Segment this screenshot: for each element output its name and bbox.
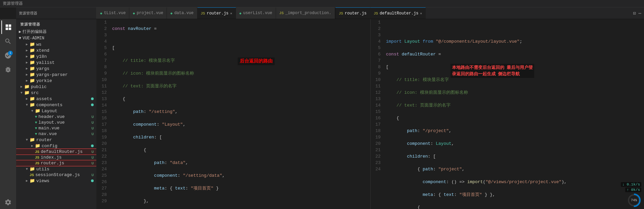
folder-icon: 📁 <box>30 60 35 65</box>
sidebar-item-yorkie[interactable]: ▶ 📁 yorkie <box>16 78 96 84</box>
right-code-lines[interactable]: 本地路由不需变后台返回的 最后与用户登录返回的路由一起生成 侧边栏导航 impo… <box>383 19 644 209</box>
arrow-icon: ▶ <box>19 85 24 89</box>
sidebar-item-header-vue[interactable]: ▼ header.vue U <box>16 114 96 120</box>
js-file-icon: JS <box>35 156 39 160</box>
activity-explorer[interactable] <box>1 20 15 34</box>
js-icon2: JS <box>339 11 343 15</box>
sidebar-item-defaultrouter[interactable]: JS defaultRouter.js U <box>16 149 96 155</box>
folder-icon: 📁 <box>30 137 35 142</box>
left-line-numbers: 123 456 789 101112 131415 161718 192021 … <box>97 19 109 209</box>
folder-icon: 📁 <box>30 54 35 59</box>
tab-label: tList.vue <box>104 11 126 15</box>
item-label: router <box>36 137 52 142</box>
project-name-label: VUE-ADMIN <box>22 36 44 41</box>
more-icon[interactable]: ⋯ <box>639 10 641 16</box>
badge-u: U <box>91 126 94 130</box>
tab-actions: ⊡ ⋯ <box>630 7 644 19</box>
tab-data[interactable]: ◆ data.vue <box>167 7 197 19</box>
folder-icon: 📁 <box>24 90 30 95</box>
sidebar-item-yallist[interactable]: ▶ 📁 yallist <box>16 59 96 66</box>
sidebar-item-nav-vue[interactable]: ▼ nav.vue U <box>16 131 96 137</box>
tab-label: userList.vue <box>243 11 272 15</box>
item-label: ws <box>36 42 42 47</box>
folder-icon: 📁 <box>30 166 35 172</box>
tab-label: router.js <box>345 11 367 16</box>
vue-icon: ◆ <box>170 11 173 15</box>
vue-icon: ◆ <box>239 11 242 15</box>
editor-area: 123 456 789 101112 131415 161718 192021 … <box>97 19 644 209</box>
item-label: sessionStorage.js <box>35 172 80 177</box>
item-label: src <box>31 90 39 95</box>
arrow-icon: ▶ <box>24 48 30 52</box>
badge-u: U <box>91 161 94 165</box>
sidebar: 资源管理器 ▶ 打开的编辑器 ▼ VUE-ADMIN ▶ 📁 ws ▶ 📁 xt… <box>16 19 97 209</box>
sidebar-item-index-js[interactable]: JS index.js U <box>16 155 96 160</box>
activity-git[interactable]: 1 <box>1 49 15 62</box>
sidebar-item-layout-vue[interactable]: ▼ layout.vue U <box>16 120 96 125</box>
tab-userlist[interactable]: ◆ userList.vue <box>236 7 276 19</box>
activity-settings[interactable] <box>1 196 15 209</box>
folder-icon: 📁 <box>30 96 35 101</box>
left-code-editor[interactable]: 123 456 789 101112 131415 161718 192021 … <box>97 19 370 209</box>
tab-router-right[interactable]: JS router.js <box>335 7 370 19</box>
item-label: yargs-parser <box>36 72 68 77</box>
tab-label: router.js <box>207 11 229 16</box>
arrow-icon: ▶ <box>24 54 30 58</box>
js-file-icon: JS <box>30 173 34 177</box>
item-label: router.js <box>41 161 64 166</box>
sidebar-item-ws[interactable]: ▶ 📁 ws <box>16 41 96 47</box>
badge-dot <box>91 97 94 100</box>
activity-debug[interactable] <box>1 63 15 76</box>
sidebar-item-utils[interactable]: ▼ 📁 utils <box>16 166 96 172</box>
badge-u: U <box>91 150 94 154</box>
item-label: yallist <box>36 60 55 65</box>
folder-icon: 📁 <box>35 108 40 114</box>
right-editor: 123 456 789 101112 131415 161718 192021 … <box>371 19 644 209</box>
item-label: utils <box>36 167 49 172</box>
badge-u: U <box>91 132 94 136</box>
left-code-lines[interactable]: const navRouter = 后台返回的路由 [ // title: 模块… <box>109 19 370 209</box>
sidebar-item-router[interactable]: ▼ 📁 router <box>16 137 96 143</box>
js-icon: JS <box>201 11 205 15</box>
open-editors-label: 打开的编辑器 <box>22 29 47 35</box>
tab-router[interactable]: JS router.js ✕ <box>197 7 236 19</box>
close-icon[interactable]: ✕ <box>230 11 232 15</box>
arrow-icon: ▶ <box>24 79 30 83</box>
item-label: layout.vue <box>39 120 65 125</box>
open-editors-section[interactable]: ▶ 打开的编辑器 <box>16 28 96 35</box>
folder-icon: 📁 <box>30 48 35 53</box>
sidebar-item-y18n[interactable]: ▶ 📁 y18n <box>16 53 96 59</box>
sidebar-header-label: 资源管理器 <box>19 11 37 16</box>
vue-file-icon: ▼ <box>35 115 37 119</box>
sidebar-item-yargs-parser[interactable]: ▶ 📁 yargs-parser <box>16 72 96 78</box>
sidebar-item-public[interactable]: ▶ 📁 public <box>16 84 96 90</box>
chevron-down-icon: ▼ <box>19 36 21 41</box>
project-section[interactable]: ▼ VUE-ADMIN <box>16 35 96 41</box>
sidebar-item-components[interactable]: ▼ 📁 components <box>16 102 96 108</box>
tab-label: _import_production. <box>285 11 331 15</box>
sidebar-item-src[interactable]: ▼ 📁 src <box>16 90 96 96</box>
tab-tlist[interactable]: ◆ tList.vue <box>97 7 129 19</box>
tab-project[interactable]: ◆ project.vue <box>129 7 167 19</box>
tab-import[interactable]: JS _import_production. <box>276 7 335 19</box>
top-bar: 资源管理器 <box>0 0 644 7</box>
sidebar-item-config[interactable]: ▶ 📁 config <box>16 143 96 149</box>
folder-icon: 📁 <box>30 72 35 77</box>
arrow-icon: ▶ <box>24 179 30 183</box>
sidebar-item-xtend[interactable]: ▶ 📁 xtend <box>16 47 96 53</box>
activity-search[interactable] <box>1 35 15 48</box>
right-code-editor[interactable]: 123 456 789 101112 131415 161718 192021 … <box>371 19 644 209</box>
folder-icon: 📁 <box>30 66 35 71</box>
sidebar-item-sessionstorage[interactable]: JS sessionStorage.js U <box>16 172 96 178</box>
sidebar-item-layout[interactable]: ▼ 📁 Layout <box>16 108 96 114</box>
split-icon[interactable]: ⊡ <box>633 10 636 16</box>
sidebar-item-main-vue[interactable]: ▼ main.vue U <box>16 125 96 131</box>
sidebar-item-yargs[interactable]: ▶ 📁 yargs <box>16 66 96 72</box>
js-icon3: JS <box>374 11 378 15</box>
sidebar-item-assets[interactable]: ▶ 📁 assets <box>16 96 96 102</box>
sidebar-item-router-js[interactable]: JS router.js U <box>16 160 96 166</box>
close-icon2[interactable]: ✕ <box>420 11 422 15</box>
tab-defaultrouter[interactable]: JS defaultRouter.js ✕ <box>370 7 426 19</box>
sidebar-item-views[interactable]: ▶ 📁 views <box>16 178 96 184</box>
tab-label: project.vue <box>137 11 163 15</box>
